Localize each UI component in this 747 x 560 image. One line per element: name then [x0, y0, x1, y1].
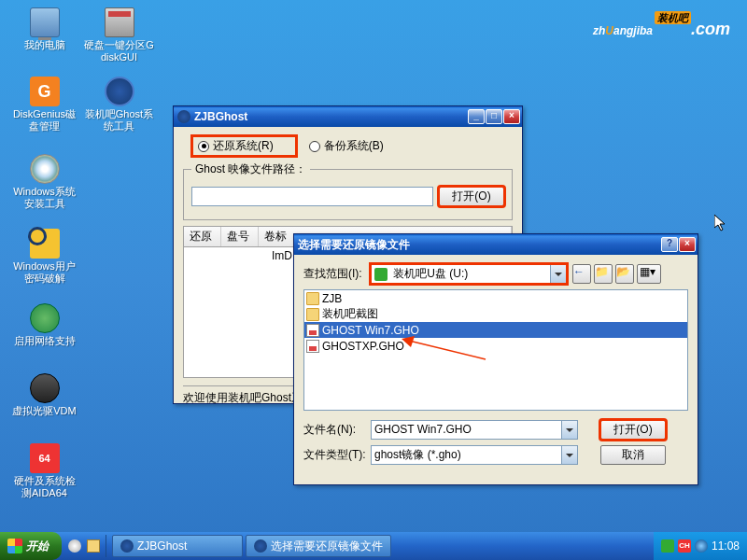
- file-item[interactable]: 装机吧截图: [304, 306, 687, 322]
- clock[interactable]: 11:08: [712, 539, 740, 553]
- desktop-icon[interactable]: 装机吧Ghost系统工具: [84, 77, 154, 133]
- path-input[interactable]: [191, 187, 433, 206]
- desktop-icon[interactable]: Windows用户密码破解: [9, 229, 79, 285]
- file-name: GHOST Win7.GHO: [322, 324, 419, 337]
- cancel-button[interactable]: 取消: [600, 445, 666, 465]
- file-list[interactable]: ZJB装机吧截图GHOST Win7.GHOGHOSTXP.GHO: [303, 289, 688, 411]
- folder-icon: [306, 308, 319, 321]
- filetype-combo[interactable]: ghost镜像 (*.gho): [371, 445, 578, 465]
- tray-icon[interactable]: [695, 539, 708, 553]
- desktop-icon[interactable]: GDiskGenius磁盘管理: [9, 77, 79, 133]
- ghost-titlebar[interactable]: ZJBGhost _ □ ×: [174, 106, 522, 127]
- filetype-label: 文件类型(T):: [303, 447, 371, 463]
- icon-label: 虚拟光驱VDM: [9, 405, 79, 417]
- app-icon: [30, 154, 60, 184]
- desktop-icon[interactable]: Windows系统安装工具: [9, 154, 79, 210]
- restore-radio[interactable]: [198, 141, 209, 152]
- maximize-button[interactable]: □: [486, 109, 502, 124]
- icon-label: 硬盘一键分区GdiskGUI: [84, 39, 154, 63]
- close-button[interactable]: ×: [503, 109, 520, 124]
- app-icon: [30, 229, 60, 259]
- path-legend: Ghost 映像文件路径：: [191, 161, 310, 177]
- icon-label: 启用网络支持: [9, 335, 79, 347]
- backup-radio[interactable]: [309, 141, 320, 152]
- path-fieldset: Ghost 映像文件路径： 打开(O): [183, 161, 513, 220]
- quicklaunch-icon[interactable]: [87, 539, 100, 553]
- filename-combo[interactable]: GHOST Win7.GHO: [371, 420, 578, 440]
- app-icon: [105, 7, 134, 37]
- folder-icon: [306, 292, 319, 305]
- filename-label: 文件名(N):: [303, 422, 371, 438]
- task-button[interactable]: ZJBGhost: [112, 535, 243, 557]
- app-icon: [30, 303, 60, 333]
- icon-label: 硬件及系统检测AIDA64: [9, 475, 79, 499]
- desktop-icon[interactable]: 硬盘一键分区GdiskGUI: [84, 7, 154, 63]
- up-button[interactable]: 📁: [594, 264, 613, 284]
- icon-label: Windows系统安装工具: [9, 186, 79, 210]
- file-dialog: 选择需要还原镜像文件 ? × 查找范围(I): 装机吧U盘 (U:) ← 📁 📂…: [293, 233, 698, 485]
- app-icon: [30, 373, 60, 403]
- lang-indicator[interactable]: CH: [678, 539, 691, 553]
- tray-icon[interactable]: [661, 539, 674, 553]
- back-button[interactable]: ←: [572, 264, 591, 284]
- system-tray: CH 11:08: [654, 532, 747, 560]
- help-button[interactable]: ?: [661, 237, 678, 252]
- file-icon: [306, 324, 319, 337]
- app-icon: [105, 77, 134, 106]
- view-button[interactable]: ▦▾: [637, 264, 661, 284]
- file-titlebar[interactable]: 选择需要还原镜像文件 ? ×: [294, 234, 698, 255]
- brand-logo: zhUangjiba装机吧.com: [593, 11, 730, 41]
- quicklaunch-icon[interactable]: [68, 539, 81, 553]
- desktop: zhUangjiba装机吧.com 我的电脑硬盘一键分区GdiskGUIGDis…: [0, 0, 747, 532]
- ghost-title: ZJBGhost: [194, 110, 468, 123]
- file-name: ZJB: [322, 292, 342, 305]
- range-combo[interactable]: 装机吧U盘 (U:): [371, 264, 567, 284]
- file-item[interactable]: GHOSTXP.GHO: [304, 338, 687, 354]
- backup-label: 备份系统(B): [324, 138, 384, 154]
- app-icon: [30, 7, 60, 37]
- file-item[interactable]: GHOST Win7.GHO: [304, 322, 687, 338]
- cursor-icon: [714, 215, 726, 231]
- app-icon: [177, 110, 190, 123]
- file-title: 选择需要还原镜像文件: [298, 237, 661, 253]
- newfolder-button[interactable]: 📂: [615, 264, 634, 284]
- close-button[interactable]: ×: [679, 237, 696, 252]
- restore-label: 还原系统(R): [213, 138, 274, 154]
- icon-label: 装机吧Ghost系统工具: [84, 108, 154, 133]
- desktop-icon[interactable]: 64硬件及系统检测AIDA64: [9, 443, 79, 499]
- drive-icon: [374, 268, 388, 281]
- open-button[interactable]: 打开(O): [439, 187, 504, 206]
- desktop-icon[interactable]: 启用网络支持: [9, 303, 79, 347]
- svg-marker-2: [714, 215, 725, 231]
- file-icon: [306, 340, 319, 353]
- file-item[interactable]: ZJB: [304, 290, 687, 306]
- app-icon: 64: [30, 443, 60, 473]
- windows-icon: [7, 539, 22, 553]
- open-button[interactable]: 打开(O): [600, 420, 666, 440]
- icon-label: 我的电脑: [9, 39, 79, 51]
- app-icon: G: [30, 77, 60, 106]
- start-button[interactable]: 开始: [0, 532, 62, 560]
- taskbar: 开始 ZJBGhost 选择需要还原镜像文件 CH 11:08: [0, 532, 747, 560]
- icon-label: Windows用户密码破解: [9, 260, 79, 285]
- desktop-icon[interactable]: 虚拟光驱VDM: [9, 373, 79, 417]
- minimize-button[interactable]: _: [468, 109, 485, 124]
- file-name: GHOSTXP.GHO: [322, 340, 404, 353]
- file-name: 装机吧截图: [322, 306, 378, 322]
- icon-label: DiskGenius磁盘管理: [9, 108, 79, 133]
- desktop-icon[interactable]: 我的电脑: [9, 7, 79, 51]
- range-label: 查找范围(I):: [303, 266, 371, 282]
- task-button[interactable]: 选择需要还原镜像文件: [246, 535, 391, 557]
